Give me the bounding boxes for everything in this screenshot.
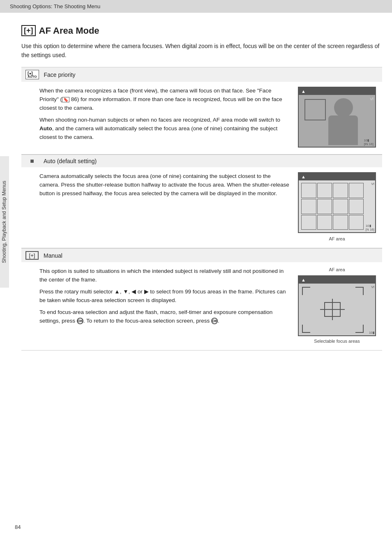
face-priority-viewfinder: ▲ Vĭ 10▮[IN 16] — [298, 87, 376, 148]
af-cell — [333, 199, 348, 214]
vf-right-indicator: Vĭ — [370, 97, 374, 102]
auto-icon: ■ — [25, 157, 39, 165]
face-box — [304, 99, 326, 120]
intro-text: Use this option to determine where the c… — [21, 42, 382, 60]
face-priority-content: When the camera recognizes a face (front… — [21, 82, 382, 155]
section-row-auto: ■ Auto (default setting) — [21, 155, 382, 167]
manual-image: AF area ▲ Vĭ 10▮ — [296, 267, 378, 344]
page-number: 84 — [15, 524, 21, 530]
manual-content: This option is suited to situations in w… — [21, 262, 382, 351]
af-cell — [349, 215, 364, 230]
camera-icon-auto: ▲ — [301, 174, 306, 179]
manual-af-area-label: AF area — [329, 267, 345, 272]
af-cell — [301, 183, 316, 198]
vf-bottom-auto: 10▮[N 16] — [366, 224, 374, 231]
camera-icon-manual: ▲ — [301, 277, 306, 282]
corner-tl — [302, 287, 310, 295]
auto-viewfinder: ▲ Vĭ 10▮[N 16] — [298, 172, 376, 233]
manual-icon: [+] — [25, 251, 39, 260]
manual-viewfinder: ▲ Vĭ 10▮ — [298, 275, 376, 336]
section-row-face-priority: [●] AUTO Face priority — [21, 67, 382, 82]
af-cell — [349, 183, 364, 198]
corner-tr — [355, 287, 364, 295]
manual-text: This option is suited to situations in w… — [39, 267, 289, 344]
page-header: Shooting Options: The Shooting Menu — [0, 0, 392, 13]
page-title: [+] AF Area Mode — [21, 25, 382, 36]
af-cell — [349, 199, 364, 214]
af-cell — [333, 183, 348, 198]
ok-icon-2: OK — [211, 318, 218, 324]
auto-title: Auto (default setting) — [44, 158, 97, 164]
af-cell — [333, 215, 348, 230]
corner-bl — [302, 325, 310, 333]
body-silhouette — [328, 115, 358, 145]
auto-text: Camera automatically selects the focus a… — [39, 172, 289, 241]
auto-content: Camera automatically selects the focus a… — [21, 167, 382, 248]
vf-bottom-manual: 10▮ — [369, 331, 374, 335]
header-title: Shooting Options: The Shooting Menu — [10, 3, 100, 9]
af-cell — [317, 215, 332, 230]
center-af-box — [324, 302, 341, 317]
vf-right-auto: Vĭ — [371, 182, 374, 186]
vf-right-manual: Vĭ — [371, 285, 374, 289]
af-cell — [301, 215, 316, 230]
ok-icon-1: OK — [77, 318, 83, 324]
title-icon: [+] — [21, 25, 36, 36]
section-row-manual: [+] Manual — [21, 248, 382, 262]
title-text: AF Area Mode — [39, 25, 99, 36]
face-priority-text: When the camera recognizes a face (front… — [39, 87, 289, 148]
af-cell — [301, 199, 316, 214]
side-label: Shooting, Playback and Setup Menus — [0, 156, 9, 288]
vf-bottom-indicator: 10▮[IN 16] — [364, 138, 374, 146]
af-cell — [317, 199, 332, 214]
af-cell — [317, 183, 332, 198]
manual-title: Manual — [44, 252, 62, 259]
face-priority-icon: [●] AUTO — [25, 70, 39, 79]
af-grid — [299, 180, 366, 232]
main-content: [+] AF Area Mode Use this option to dete… — [12, 13, 392, 375]
corner-br — [355, 325, 364, 333]
auto-image: ▲ Vĭ 10▮[N 16] — [296, 172, 378, 241]
face-priority-image: ▲ Vĭ 10▮[IN 16] — [296, 87, 378, 148]
head-silhouette — [334, 98, 353, 117]
auto-af-label: AF area — [329, 236, 345, 241]
camera-icon: ▲ — [301, 89, 306, 94]
face-priority-title: Face priority — [44, 72, 76, 78]
selectable-focus-label: Selectable focus areas — [314, 339, 360, 344]
